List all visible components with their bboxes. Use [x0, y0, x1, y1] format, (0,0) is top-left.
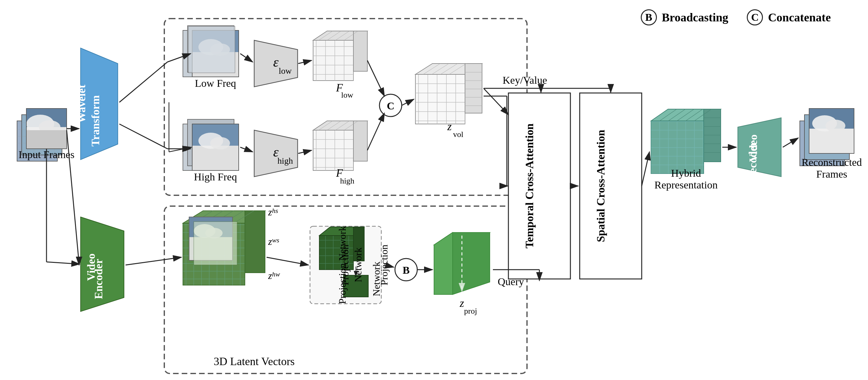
svg-point-33 [210, 137, 230, 149]
svg-line-62 [367, 60, 384, 96]
svg-marker-55 [353, 121, 367, 161]
svg-line-88 [223, 211, 244, 223]
svg-rect-26 [192, 30, 239, 77]
svg-rect-141 [809, 108, 854, 153]
z-hs-label: zhs [268, 207, 278, 218]
svg-marker-66 [415, 64, 482, 74]
eps-low-symbol: ε [273, 55, 279, 70]
svg-rect-123 [651, 121, 704, 173]
svg-rect-15 [26, 108, 67, 149]
svg-line-114 [484, 88, 508, 115]
svg-rect-11 [26, 108, 67, 127]
svg-point-24 [198, 39, 223, 55]
svg-marker-67 [465, 64, 482, 113]
svg-marker-109 [453, 232, 490, 294]
svg-marker-46 [353, 31, 367, 71]
input-frames-label: Input Frames [19, 149, 74, 160]
key-value-label: Key/Value [502, 74, 547, 86]
svg-rect-90 [189, 217, 232, 260]
svg-line-69 [432, 64, 449, 74]
svg-point-25 [210, 43, 230, 56]
svg-line-60 [298, 150, 312, 153]
svg-rect-7 [17, 121, 57, 161]
svg-rect-27 [188, 26, 235, 73]
eps-low-sub: low [279, 66, 292, 75]
svg-rect-22 [192, 30, 239, 77]
f-low-sub: low [341, 91, 353, 99]
svg-rect-112 [508, 93, 570, 279]
svg-rect-142 [809, 108, 854, 129]
svg-rect-31 [192, 124, 239, 146]
svg-line-131 [660, 109, 677, 121]
svg-rect-9 [22, 115, 62, 155]
f-high-symbol: F [336, 167, 343, 179]
svg-point-144 [826, 120, 845, 132]
broadcast-label: Broadcasting [662, 10, 728, 24]
svg-marker-107 [434, 232, 490, 245]
svg-line-106 [384, 265, 394, 267]
svg-marker-41 [254, 130, 298, 177]
z-proj-symbol: z [459, 297, 464, 309]
svg-line-89 [234, 211, 254, 223]
svg-rect-6 [17, 121, 57, 161]
f-high-sub: high [340, 177, 354, 185]
svg-line-134 [686, 109, 703, 121]
svg-rect-97 [310, 226, 381, 304]
svg-rect-23 [192, 30, 239, 52]
svg-marker-83 [183, 211, 265, 223]
svg-rect-14 [26, 130, 67, 149]
f-low-symbol: F [336, 82, 343, 94]
query-label: Query [498, 276, 524, 287]
svg-line-151 [169, 147, 192, 152]
svg-rect-52 [313, 130, 353, 170]
concat-circle-label: C [387, 100, 395, 112]
video-encoder-label-bottom: Encoder [92, 259, 105, 299]
video-decoder-label-top: Video [747, 134, 760, 162]
z-vol-symbol: z [447, 120, 452, 133]
svg-line-153 [46, 262, 80, 264]
svg-point-12 [26, 115, 54, 133]
svg-line-57 [327, 121, 341, 130]
legend-broadcast: B Broadcasting [641, 9, 728, 25]
svg-rect-10 [26, 108, 67, 149]
svg-marker-78 [81, 217, 124, 312]
svg-line-133 [677, 109, 694, 121]
svg-line-79 [67, 130, 79, 263]
eps-high-sub: high [277, 156, 293, 165]
svg-marker-101 [353, 227, 364, 261]
svg-rect-64 [415, 74, 465, 124]
legend: B Broadcasting C Concatenate [641, 9, 831, 25]
concatenate-label: Concatenate [768, 10, 831, 24]
svg-line-77 [402, 99, 414, 105]
svg-rect-82 [183, 223, 245, 285]
svg-rect-20 [183, 30, 229, 77]
svg-rect-99 [319, 235, 353, 270]
z-vol-sub: vol [453, 130, 463, 139]
high-freq-label: High Freq [194, 171, 237, 183]
proj-net-label-fix: Projection Network [337, 226, 348, 304]
svg-line-50 [344, 31, 358, 40]
svg-rect-81 [183, 223, 245, 285]
svg-line-135 [694, 109, 711, 121]
svg-rect-94 [189, 217, 232, 260]
svg-line-48 [327, 31, 341, 40]
svg-rect-113 [580, 93, 642, 279]
svg-line-42 [240, 147, 253, 152]
video-encoder-label-top: Video [85, 254, 97, 281]
reconstructed-label: Reconstructed [802, 157, 862, 168]
svg-marker-108 [434, 232, 453, 294]
svg-point-32 [198, 133, 223, 149]
svg-rect-43 [313, 40, 353, 81]
svg-rect-53 [313, 130, 353, 170]
concatenate-symbol: C [751, 11, 759, 23]
svg-line-51 [298, 60, 312, 64]
svg-line-36 [167, 54, 191, 62]
svg-rect-21 [188, 26, 234, 72]
svg-point-13 [39, 120, 60, 134]
svg-rect-65 [415, 74, 465, 124]
svg-marker-100 [319, 227, 364, 235]
diagram-container: B Broadcasting C Concatenate [0, 0, 868, 380]
svg-rect-18 [164, 19, 527, 195]
svg-rect-145 [809, 108, 854, 153]
svg-rect-122 [651, 121, 704, 173]
